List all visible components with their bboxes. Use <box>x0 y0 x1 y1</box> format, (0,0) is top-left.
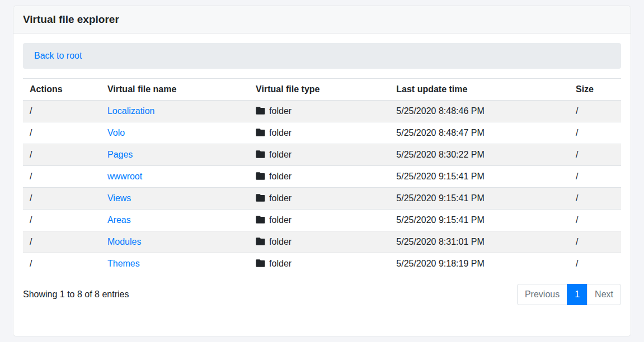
row-updated-cell: 5/25/2020 9:15:41 PM <box>389 188 569 210</box>
row-size-cell: / <box>569 188 621 210</box>
column-header-updated: Last update time <box>389 79 569 101</box>
entries-info: Showing 1 to 8 of 8 entries <box>23 289 129 300</box>
row-name-cell: Areas <box>101 210 249 231</box>
row-size-cell: / <box>569 166 621 188</box>
row-updated-cell: 5/25/2020 8:48:47 PM <box>389 122 569 144</box>
virtual-file-explorer-card: Virtual file explorer Back to root Actio… <box>13 6 631 336</box>
card-body: Back to root Actions Virtual file name V… <box>13 34 631 315</box>
row-actions-cell: / <box>23 253 101 275</box>
row-actions-cell: / <box>23 210 101 231</box>
file-name-link[interactable]: Areas <box>107 215 131 225</box>
file-name-link[interactable]: Modules <box>107 237 141 246</box>
row-name-cell: Themes <box>101 253 249 275</box>
column-header-actions: Actions <box>23 79 101 101</box>
row-type-cell: folder <box>249 231 389 253</box>
back-to-root-bar: Back to root <box>23 43 621 69</box>
row-actions-cell: / <box>23 166 101 188</box>
file-type-label: folder <box>269 106 292 116</box>
column-header-size: Size <box>569 79 621 101</box>
folder-icon <box>256 259 265 267</box>
pagination-previous[interactable]: Previous <box>517 284 567 305</box>
pagination-previous-link[interactable]: Previous <box>517 284 567 305</box>
row-updated-cell: 5/25/2020 9:15:41 PM <box>389 166 569 188</box>
file-name-link[interactable]: Views <box>107 193 131 203</box>
folder-icon <box>256 216 265 224</box>
file-type-label: folder <box>269 215 292 225</box>
row-updated-cell: 5/25/2020 8:48:46 PM <box>389 101 569 122</box>
back-to-root-link[interactable]: Back to root <box>34 51 82 60</box>
row-actions-cell: / <box>23 101 101 122</box>
file-type-label: folder <box>269 128 292 137</box>
pagination-page-1[interactable]: 1 <box>567 284 587 305</box>
pagination-next[interactable]: Next <box>587 284 621 305</box>
pagination: Previous 1 Next <box>517 284 621 305</box>
row-updated-cell: 5/25/2020 8:31:01 PM <box>389 231 569 253</box>
file-name-link[interactable]: Themes <box>107 259 140 268</box>
row-actions-cell: / <box>23 231 101 253</box>
table-row: / Areas folder 5/25/2020 9:15:41 PM / <box>23 210 621 231</box>
row-size-cell: / <box>569 101 621 122</box>
file-name-link[interactable]: Pages <box>107 150 133 159</box>
row-actions-cell: / <box>23 188 101 210</box>
file-name-link[interactable]: Localization <box>107 106 155 116</box>
row-size-cell: / <box>569 231 621 253</box>
row-name-cell: Pages <box>101 144 249 166</box>
file-type-label: folder <box>269 172 292 181</box>
file-type-label: folder <box>269 150 292 159</box>
folder-icon <box>256 150 265 158</box>
table-row: / Pages folder 5/25/2020 8:30:22 PM / <box>23 144 621 166</box>
row-name-cell: Volo <box>101 122 249 144</box>
table-row: / Views folder 5/25/2020 9:15:41 PM / <box>23 188 621 210</box>
file-type-label: folder <box>269 259 292 268</box>
table-footer: Showing 1 to 8 of 8 entries Previous 1 N… <box>23 284 621 305</box>
table-row: / Themes folder 5/25/2020 9:18:19 PM / <box>23 253 621 275</box>
row-updated-cell: 5/25/2020 9:18:19 PM <box>389 253 569 275</box>
row-type-cell: folder <box>249 188 389 210</box>
row-name-cell: wwwroot <box>101 166 249 188</box>
file-table-body: / Localization folder 5/25/2020 8:48:46 … <box>23 101 621 275</box>
folder-icon <box>256 194 265 202</box>
file-type-label: folder <box>269 193 292 203</box>
row-size-cell: / <box>569 210 621 231</box>
pagination-next-link[interactable]: Next <box>587 284 621 305</box>
row-size-cell: / <box>569 253 621 275</box>
pagination-page-1-link[interactable]: 1 <box>567 284 587 305</box>
row-size-cell: / <box>569 122 621 144</box>
row-type-cell: folder <box>249 253 389 275</box>
row-actions-cell: / <box>23 144 101 166</box>
file-table: Actions Virtual file name Virtual file t… <box>23 78 621 274</box>
row-updated-cell: 5/25/2020 8:30:22 PM <box>389 144 569 166</box>
folder-icon <box>256 238 265 245</box>
card-header: Virtual file explorer <box>13 6 631 34</box>
table-row: / Volo folder 5/25/2020 8:48:47 PM / <box>23 122 621 144</box>
table-row: / wwwroot folder 5/25/2020 9:15:41 PM / <box>23 166 621 188</box>
folder-icon <box>256 172 265 180</box>
table-row: / Localization folder 5/25/2020 8:48:46 … <box>23 101 621 122</box>
row-name-cell: Localization <box>101 101 249 122</box>
file-name-link[interactable]: Volo <box>107 128 125 137</box>
row-type-cell: folder <box>249 101 389 122</box>
row-type-cell: folder <box>249 210 389 231</box>
column-header-name: Virtual file name <box>101 79 249 101</box>
row-type-cell: folder <box>249 144 389 166</box>
page-title: Virtual file explorer <box>23 13 621 26</box>
row-type-cell: folder <box>249 166 389 188</box>
row-name-cell: Modules <box>101 231 249 253</box>
column-header-type: Virtual file type <box>249 79 389 101</box>
folder-icon <box>256 129 265 136</box>
row-name-cell: Views <box>101 188 249 210</box>
row-updated-cell: 5/25/2020 9:15:41 PM <box>389 210 569 231</box>
table-header-row: Actions Virtual file name Virtual file t… <box>23 79 621 101</box>
row-actions-cell: / <box>23 122 101 144</box>
row-type-cell: folder <box>249 122 389 144</box>
folder-icon <box>256 107 265 115</box>
row-size-cell: / <box>569 144 621 166</box>
file-name-link[interactable]: wwwroot <box>107 172 142 181</box>
table-row: / Modules folder 5/25/2020 8:31:01 PM / <box>23 231 621 253</box>
file-type-label: folder <box>269 237 292 246</box>
